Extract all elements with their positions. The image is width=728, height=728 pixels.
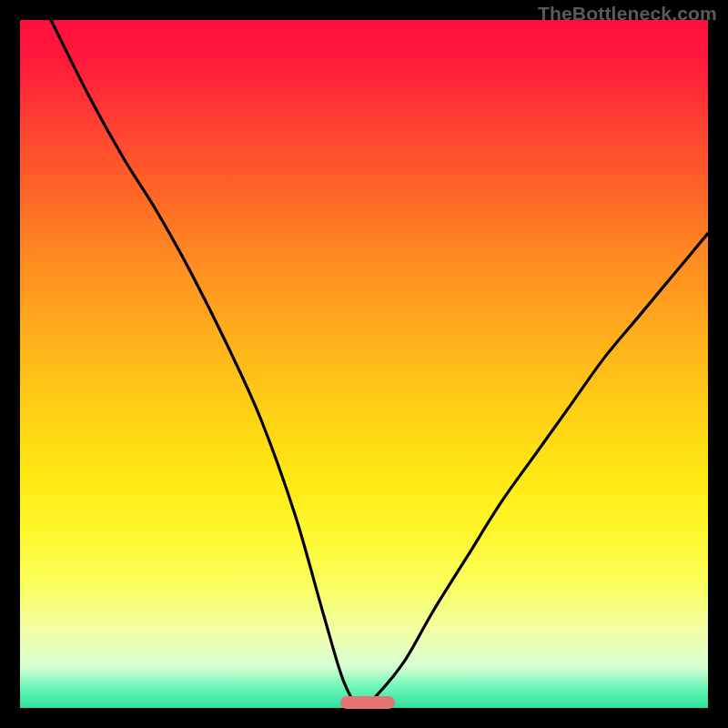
optimal-range-marker	[340, 696, 395, 709]
chart-frame: TheBottleneck.com	[0, 0, 728, 728]
watermark-text: TheBottleneck.com	[538, 3, 717, 25]
bottleneck-curve	[20, 20, 708, 708]
